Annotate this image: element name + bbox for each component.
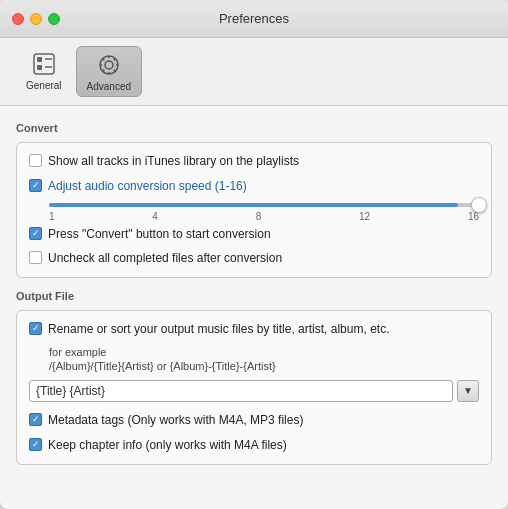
slider-label-4: 4 [152, 211, 158, 222]
svg-rect-0 [34, 54, 54, 74]
format-input-row: ▼ [29, 380, 479, 402]
toolbar: General Advanced [0, 38, 508, 106]
tab-general[interactable]: General [16, 46, 72, 97]
press-convert-checkbox[interactable] [29, 227, 42, 240]
keep-chapter-label: Keep chapter info (only works with M4A f… [48, 437, 287, 454]
adjust-audio-label: Adjust audio conversion speed (1-16) [48, 178, 247, 195]
show-all-tracks-checkbox[interactable] [29, 154, 42, 167]
rename-sort-checkbox[interactable] [29, 322, 42, 335]
keep-chapter-row: Keep chapter info (only works with M4A f… [29, 437, 479, 454]
speed-slider-container: 1 4 8 12 16 [49, 203, 479, 222]
general-icon [30, 50, 58, 78]
rename-sort-row: Rename or sort your output music files b… [29, 321, 479, 338]
output-section: Rename or sort your output music files b… [16, 310, 492, 464]
svg-line-12 [114, 70, 115, 71]
svg-point-5 [100, 56, 118, 74]
tab-advanced[interactable]: Advanced [76, 46, 142, 97]
advanced-icon [95, 51, 123, 79]
window-title: Preferences [219, 11, 289, 26]
slider-thumb[interactable] [471, 197, 487, 213]
show-all-tracks-row: Show all tracks in iTunes library on the… [29, 153, 479, 170]
dropdown-icon: ▼ [463, 385, 473, 396]
svg-rect-3 [37, 65, 42, 70]
uncheck-completed-row: Uncheck all completed files after conver… [29, 250, 479, 267]
svg-rect-1 [37, 57, 42, 62]
close-button[interactable] [12, 13, 24, 25]
slider-label-12: 12 [359, 211, 370, 222]
slider-track[interactable] [49, 203, 479, 207]
titlebar: Preferences [0, 0, 508, 38]
uncheck-completed-label: Uncheck all completed files after conver… [48, 250, 282, 267]
format-input[interactable] [29, 380, 453, 402]
adjust-audio-row: Adjust audio conversion speed (1-16) [29, 178, 479, 195]
adjust-audio-checkbox[interactable] [29, 179, 42, 192]
example-format: /{Album}/{Title}{Artist} or {Album}-{Tit… [49, 360, 479, 372]
svg-point-6 [105, 61, 113, 69]
preferences-window: Preferences General [0, 0, 508, 509]
uncheck-completed-checkbox[interactable] [29, 251, 42, 264]
content-area: Convert Show all tracks in iTunes librar… [0, 106, 508, 509]
slider-label-1: 1 [49, 211, 55, 222]
advanced-tab-label: Advanced [87, 81, 131, 92]
slider-labels: 1 4 8 12 16 [49, 211, 479, 222]
svg-line-14 [103, 70, 104, 71]
press-convert-row: Press "Convert" button to start conversi… [29, 226, 479, 243]
rename-sort-label: Rename or sort your output music files b… [48, 321, 389, 338]
slider-label-8: 8 [256, 211, 262, 222]
slider-fill [49, 203, 458, 207]
general-tab-label: General [26, 80, 62, 91]
minimize-button[interactable] [30, 13, 42, 25]
press-convert-label: Press "Convert" button to start conversi… [48, 226, 271, 243]
metadata-tags-label: Metadata tags (Only works with M4A, MP3 … [48, 412, 303, 429]
metadata-tags-checkbox[interactable] [29, 413, 42, 426]
example-label: for example [49, 346, 479, 358]
metadata-tags-row: Metadata tags (Only works with M4A, MP3 … [29, 412, 479, 429]
svg-line-13 [114, 59, 115, 60]
format-dropdown-button[interactable]: ▼ [457, 380, 479, 402]
keep-chapter-checkbox[interactable] [29, 438, 42, 451]
svg-line-11 [103, 59, 104, 60]
traffic-lights [12, 13, 60, 25]
convert-section-label: Convert [16, 122, 492, 134]
output-section-label: Output File [16, 290, 492, 302]
maximize-button[interactable] [48, 13, 60, 25]
convert-section: Show all tracks in iTunes library on the… [16, 142, 492, 278]
show-all-tracks-label: Show all tracks in iTunes library on the… [48, 153, 299, 170]
